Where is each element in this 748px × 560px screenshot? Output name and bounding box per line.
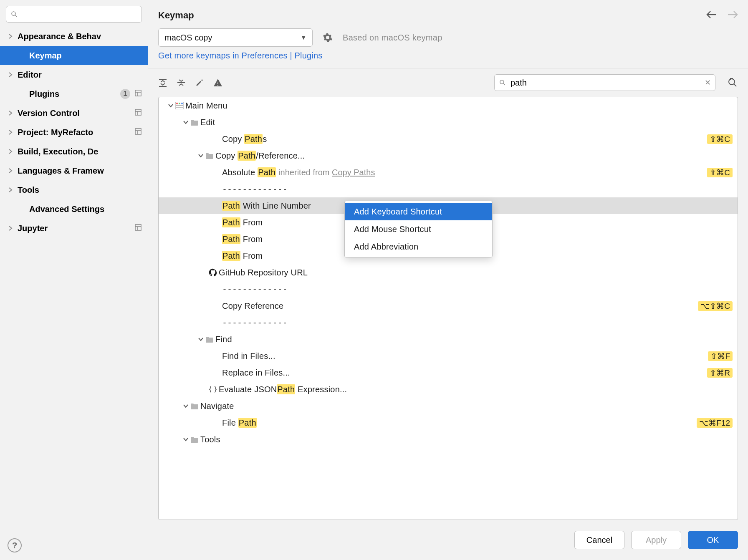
action-search[interactable]: ✕	[494, 74, 715, 91]
tree-row[interactable]: -------------	[159, 281, 738, 298]
keymap-link-row: Get more keymaps in Preferences | Plugin…	[148, 51, 748, 68]
svg-rect-8	[135, 129, 141, 134]
sidebar-item-appearance-behav[interactable]: Appearance & Behav	[0, 27, 148, 46]
chevron-down-icon[interactable]	[181, 120, 190, 124]
dropdown-icon: ▼	[301, 34, 306, 41]
sidebar-item-label: Advanced Settings	[29, 204, 142, 214]
tree-row-label: Main Menu	[185, 101, 227, 110]
context-menu: Add Keyboard ShortcutAdd Mouse ShortcutA…	[344, 201, 493, 257]
project-scope-icon	[134, 128, 142, 137]
sidebar-item-project-myrefacto[interactable]: Project: MyRefacto	[0, 123, 148, 142]
inherited-from-label: inherited from Copy Paths	[278, 168, 375, 177]
sidebar-item-label: Tools	[18, 185, 142, 195]
shortcut-badge: ⌥⇧⌘C	[698, 301, 733, 311]
tree-row-label: Copy Paths	[222, 135, 267, 143]
actions-toolbar: ✕	[148, 68, 748, 97]
chevron-down-icon[interactable]	[181, 437, 190, 441]
collapse-all-icon[interactable]	[177, 78, 186, 87]
chevron-right-icon	[8, 34, 13, 39]
project-scope-icon	[134, 89, 142, 99]
sidebar-search[interactable]	[6, 6, 142, 23]
svg-line-20	[503, 83, 505, 85]
apply-button[interactable]: Apply	[631, 531, 681, 549]
chevron-right-icon	[8, 130, 13, 135]
sidebar-search-wrap	[0, 0, 148, 27]
chevron-right-icon	[8, 111, 13, 116]
tree-row[interactable]: Edit	[159, 114, 738, 131]
keymap-select[interactable]: macOS copy ▼	[158, 28, 313, 47]
context-menu-item[interactable]: Add Abbreviation	[345, 238, 492, 255]
tree-row[interactable]: Copy Reference⌥⇧⌘C	[159, 298, 738, 314]
sidebar-item-plugins[interactable]: Plugins1	[0, 84, 148, 103]
sidebar-item-languages-framew[interactable]: Languages & Framew	[0, 161, 148, 180]
sidebar-item-label: Build, Execution, De	[18, 147, 142, 156]
tree-row[interactable]: Replace in Files...⇧⌘R	[159, 364, 738, 381]
chevron-right-icon	[8, 168, 13, 173]
svg-rect-27	[176, 105, 183, 106]
shortcut-badge: ⌥⌘F12	[697, 418, 733, 428]
back-button[interactable]	[706, 10, 717, 21]
settings-sidebar: Appearance & BehavKeymapEditorPlugins1Ve…	[0, 0, 148, 560]
chevron-down-icon[interactable]	[196, 154, 205, 158]
sidebar-item-label: Appearance & Behav	[18, 32, 142, 41]
tree-row[interactable]: Evaluate JSONPath Expression...	[159, 381, 738, 398]
tree-row[interactable]: Navigate	[159, 398, 738, 414]
tree-row-label: Navigate	[200, 402, 234, 410]
help-button[interactable]: ?	[8, 538, 22, 552]
sidebar-item-build-execution-de[interactable]: Build, Execution, De	[0, 142, 148, 161]
folder-icon	[190, 403, 199, 409]
forward-button[interactable]	[727, 10, 738, 21]
context-menu-item[interactable]: Add Keyboard Shortcut	[345, 203, 492, 220]
sidebar-item-editor[interactable]: Editor	[0, 65, 148, 84]
tree-row[interactable]: Tools	[159, 431, 738, 448]
keymap-select-value: macOS copy	[164, 33, 296, 43]
cancel-button[interactable]: Cancel	[574, 531, 624, 549]
svg-rect-5	[135, 109, 141, 115]
chevron-down-icon[interactable]	[181, 404, 190, 408]
get-more-keymaps-link[interactable]: Get more keymaps in Preferences | Plugin…	[158, 51, 323, 60]
svg-point-0	[12, 12, 15, 15]
sidebar-item-advanced-settings[interactable]: Advanced Settings	[0, 199, 148, 219]
tree-row[interactable]: -------------	[159, 314, 738, 331]
tree-row[interactable]: Main Menu	[159, 97, 738, 114]
badge: 1	[120, 89, 130, 99]
tree-row-label: Find	[215, 335, 232, 343]
sidebar-item-jupyter[interactable]: Jupyter	[0, 219, 148, 238]
chevron-down-icon[interactable]	[166, 103, 175, 108]
tree-row[interactable]: Copy Paths⇧⌘C	[159, 131, 738, 147]
warning-icon[interactable]	[213, 78, 222, 87]
tree-row[interactable]: Find in Files...⇧⌘F	[159, 348, 738, 364]
tree-row[interactable]: Absolute Path inherited from Copy Paths⇧…	[159, 164, 738, 181]
gear-icon[interactable]	[323, 33, 333, 43]
edit-icon[interactable]	[195, 78, 204, 87]
find-by-shortcut-icon[interactable]	[727, 77, 738, 88]
sidebar-item-version-control[interactable]: Version Control	[0, 103, 148, 123]
tree-row[interactable]: Find	[159, 331, 738, 348]
tree-row[interactable]: -------------	[159, 181, 738, 197]
shortcut-badge: ⇧⌘C	[707, 134, 733, 144]
sidebar-item-label: Languages & Framew	[18, 166, 142, 176]
folder-icon	[190, 436, 199, 443]
shortcut-badge: ⇧⌘F	[708, 351, 733, 361]
clear-icon[interactable]: ✕	[705, 78, 711, 87]
tree-row[interactable]: File Path⌥⌘F12	[159, 414, 738, 431]
expand-all-icon[interactable]	[158, 78, 167, 87]
inherited-from-link[interactable]: Copy Paths	[332, 168, 375, 177]
tree-row-label: Edit	[200, 118, 215, 126]
sidebar-item-tools[interactable]: Tools	[0, 180, 148, 199]
sidebar-search-input[interactable]	[21, 10, 137, 19]
ok-button[interactable]: OK	[688, 531, 738, 549]
svg-rect-28	[176, 107, 183, 108]
tree-row-label: Copy Path/Reference...	[215, 151, 305, 160]
keymap-tree[interactable]: Main MenuEditCopy Paths⇧⌘CCopy Path/Refe…	[159, 97, 738, 448]
sidebar-item-keymap[interactable]: Keymap	[0, 46, 148, 65]
sidebar-item-label: Version Control	[18, 108, 130, 118]
tree-row[interactable]: GitHub Repository URL	[159, 264, 738, 281]
action-search-input[interactable]	[510, 78, 700, 88]
chevron-down-icon[interactable]	[196, 337, 205, 341]
svg-rect-25	[179, 103, 180, 104]
tree-row[interactable]: Copy Path/Reference...	[159, 147, 738, 164]
tree-row-label: Path With Line Number	[222, 202, 311, 210]
context-menu-item[interactable]: Add Mouse Shortcut	[345, 220, 492, 238]
sidebar-item-label: Keymap	[29, 51, 142, 61]
